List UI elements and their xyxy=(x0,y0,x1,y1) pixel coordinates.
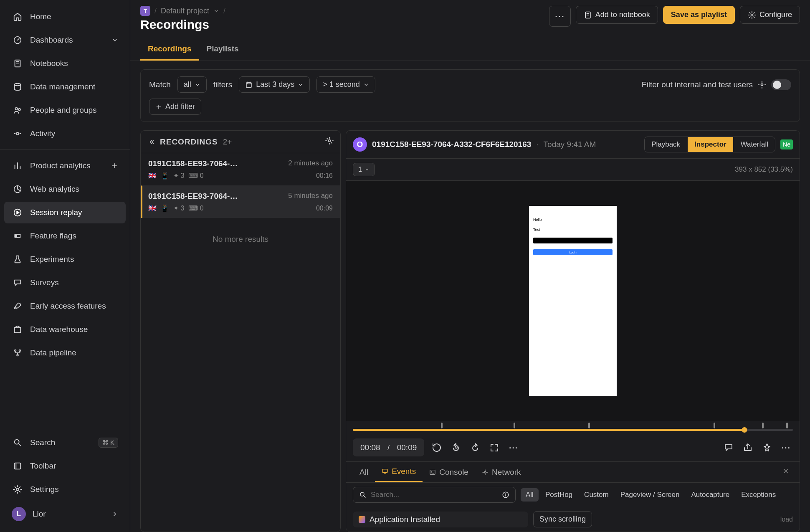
sidebar-item-data-warehouse[interactable]: Data warehouse xyxy=(4,319,126,340)
plus-icon[interactable] xyxy=(111,162,118,170)
save-as-playlist-button[interactable]: Save as playlist xyxy=(663,6,735,24)
inspector-tab-all[interactable]: All xyxy=(353,463,375,482)
sidebar-item-session-replay[interactable]: Session replay xyxy=(4,202,126,223)
speed-select[interactable]: 1 xyxy=(353,163,375,176)
timeline-progress xyxy=(353,429,744,431)
restart-button[interactable] xyxy=(430,441,443,454)
filters-label: filters xyxy=(213,80,232,89)
recording-item[interactable]: 0191C158-EE93-7064-…5 minutes ago 🇬🇧📱✦ 3… xyxy=(141,185,340,218)
collapse-icon[interactable] xyxy=(147,138,155,146)
sidebar-item-product-analytics[interactable]: Product analytics xyxy=(4,155,126,177)
monitor-icon xyxy=(382,468,388,475)
terminal-icon xyxy=(429,469,436,476)
chevron-down-icon xyxy=(195,82,200,88)
phone-input xyxy=(533,238,613,243)
nav-label: Data warehouse xyxy=(30,325,88,334)
more-button[interactable]: ⋯ xyxy=(549,6,571,27)
project-chip[interactable]: T xyxy=(140,6,150,16)
date-range-select[interactable]: Last 3 days xyxy=(239,76,310,93)
sidebar-search[interactable]: Search ⌘ K xyxy=(4,432,126,453)
more-controls-button[interactable]: ⋯ xyxy=(507,441,520,454)
player-controls: 00:08 / 00:09 10 ⋯ ⋯ xyxy=(346,433,800,461)
inspector-tab-console[interactable]: Console xyxy=(423,463,475,482)
sidebar-item-feature-flags[interactable]: Feature flags xyxy=(4,225,126,247)
sidebar-item-data-management[interactable]: Data management xyxy=(4,76,126,98)
timeline-tick xyxy=(762,423,764,428)
nav-label: Surveys xyxy=(30,278,59,287)
fullscreen-button[interactable] xyxy=(488,441,501,454)
timeline-thumb[interactable] xyxy=(742,427,747,433)
duration-select[interactable]: > 1 second xyxy=(316,76,375,93)
tab-recordings[interactable]: Recordings xyxy=(140,39,199,61)
timeline-tick xyxy=(786,423,788,428)
tab-inspector[interactable]: Inspector xyxy=(688,137,733,152)
add-to-notebook-button[interactable]: Add to notebook xyxy=(576,6,658,24)
rec-duration: 00:09 xyxy=(316,205,333,212)
player-stage[interactable]: Hello Test Login xyxy=(346,181,800,421)
svg-rect-23 xyxy=(382,469,387,473)
rewind-button[interactable]: 10 xyxy=(449,441,463,454)
svg-rect-15 xyxy=(15,463,21,469)
recording-id[interactable]: 0191C158-EE93-7064-A332-CF6F6E120163 xyxy=(372,140,531,149)
share-button[interactable] xyxy=(741,441,754,454)
sidebar-settings[interactable]: Settings xyxy=(4,479,126,500)
event-type-pill[interactable]: Custom xyxy=(579,488,614,502)
info-icon[interactable] xyxy=(502,491,509,499)
chevron-down-icon[interactable] xyxy=(213,8,219,14)
sidebar-item-people[interactable]: People and groups xyxy=(4,99,126,121)
configure-button[interactable]: Configure xyxy=(740,6,800,24)
recording-item[interactable]: 0191C158-EE93-7064-…2 minutes ago 🇬🇧📱✦ 3… xyxy=(141,153,340,185)
sidebar: Home Dashboards Notebooks Data managemen… xyxy=(0,0,130,532)
chevron-down-icon[interactable] xyxy=(111,37,118,43)
event-item[interactable]: Application Installed xyxy=(353,512,528,527)
sidebar-item-home[interactable]: Home xyxy=(4,6,126,28)
project-name[interactable]: Default project xyxy=(161,7,209,15)
internal-toggle[interactable] xyxy=(771,79,791,90)
user-name: Lior xyxy=(33,509,46,519)
breadcrumb: T / Default project / xyxy=(140,6,225,16)
comment-button[interactable] xyxy=(722,441,735,454)
match-select[interactable]: all xyxy=(177,76,207,93)
event-type-pill[interactable]: Autocapture xyxy=(686,488,734,502)
event-type-pill[interactable]: Pageview / Screen xyxy=(615,488,685,502)
tab-waterfall[interactable]: Waterfall xyxy=(734,137,775,152)
inspector-search-input[interactable] xyxy=(371,491,498,499)
event-type-pill[interactable]: Exceptions xyxy=(736,488,781,502)
sidebar-item-surveys[interactable]: Surveys xyxy=(4,272,126,294)
add-filter-button[interactable]: Add filter xyxy=(149,99,201,115)
recordings-settings[interactable] xyxy=(325,137,334,147)
phone-text-test: Test xyxy=(533,228,613,232)
timeline[interactable] xyxy=(353,421,793,433)
inspector-tab-network[interactable]: Network xyxy=(475,463,528,482)
rec-duration: 00:16 xyxy=(316,172,333,180)
inspector-search[interactable] xyxy=(353,487,516,503)
sync-scrolling-button[interactable]: Sync scrolling xyxy=(533,511,592,527)
sidebar-item-data-pipeline[interactable]: Data pipeline xyxy=(4,342,126,364)
notebook-icon xyxy=(584,11,592,19)
sidebar-item-experiments[interactable]: Experiments xyxy=(4,248,126,270)
viewport-dims: 393 x 852 (33.5%) xyxy=(735,165,793,174)
sidebar-item-web-analytics[interactable]: Web analytics xyxy=(4,178,126,200)
notebook-icon xyxy=(12,58,23,69)
gear-icon xyxy=(325,137,334,145)
sidebar-user[interactable]: L Lior xyxy=(4,502,126,526)
tab-playback[interactable]: Playback xyxy=(645,137,687,152)
tab-playlists[interactable]: Playlists xyxy=(199,39,246,61)
pin-button[interactable] xyxy=(760,441,774,454)
event-type-pill[interactable]: PostHog xyxy=(540,488,577,502)
sidebar-item-dashboards[interactable]: Dashboards xyxy=(4,29,126,51)
sidebar-item-activity[interactable]: Activity xyxy=(4,123,126,144)
inspector-close[interactable] xyxy=(779,464,793,480)
user-avatar: L xyxy=(12,507,26,521)
forward-button[interactable] xyxy=(468,441,482,454)
sidebar-item-early-access[interactable]: Early access features xyxy=(4,295,126,317)
gear-icon[interactable] xyxy=(758,81,766,89)
nav-label: Product analytics xyxy=(30,161,91,170)
person-badge[interactable]: O xyxy=(353,137,367,152)
more-actions-button[interactable]: ⋯ xyxy=(780,441,793,454)
sidebar-item-notebooks[interactable]: Notebooks xyxy=(4,53,126,74)
sidebar-toolbar[interactable]: Toolbar xyxy=(4,455,126,477)
inspector-tab-events[interactable]: Events xyxy=(375,462,423,482)
event-type-pill[interactable]: All xyxy=(521,488,539,502)
recordings-list: 0191C158-EE93-7064-…2 minutes ago 🇬🇧📱✦ 3… xyxy=(141,153,340,218)
